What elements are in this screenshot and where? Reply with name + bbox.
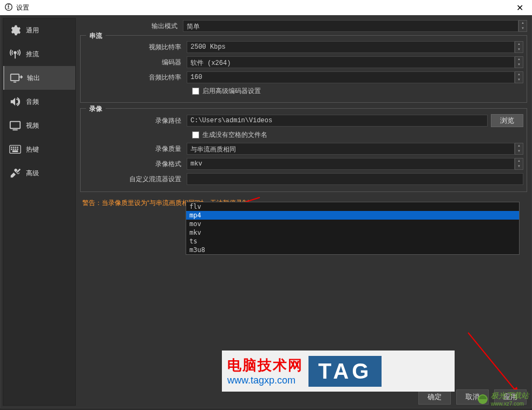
spinner-icon[interactable]: ▲▼	[515, 71, 523, 83]
watermark-2: 极光下载站 www.xz7.com	[477, 391, 529, 407]
muxer-label: 自定义混流器设置	[84, 175, 187, 184]
stream-fieldset: 串流 视频比特率 2500 Kbps▲▼ 编码器 软件 (x264)▲▼ 音频比…	[80, 35, 527, 103]
encoder-label: 编码器	[84, 58, 187, 67]
wm1-tag: TAG	[308, 356, 382, 387]
sidebar-label: 输出	[27, 74, 40, 83]
dropdown-option-ts[interactable]: ts	[186, 237, 519, 246]
spinner-icon[interactable]: ▲▼	[515, 158, 523, 170]
titlebar: 设置 ✕	[0, 0, 532, 15]
antenna-icon	[9, 48, 22, 61]
dropdown-option-mp4[interactable]: mp4	[186, 211, 519, 220]
dropdown-option-mkv[interactable]: mkv	[186, 228, 519, 237]
record-format-select[interactable]: mkv	[187, 158, 515, 170]
output-icon	[10, 71, 23, 84]
window-title: 设置	[16, 3, 29, 12]
wm1-title: 电脑技术网	[227, 356, 303, 375]
stream-title: 串流	[86, 31, 106, 41]
dropdown-option-flv[interactable]: flv	[186, 202, 519, 211]
watermark-1: 电脑技术网 www.tagxp.com TAG	[222, 351, 455, 392]
svg-point-8	[11, 147, 12, 148]
obs-icon	[4, 3, 13, 13]
spinner-icon[interactable]: ▲▼	[515, 56, 523, 68]
svg-point-15	[17, 149, 18, 149]
svg-point-13	[14, 149, 14, 149]
wm1-url: www.tagxp.com	[227, 375, 303, 386]
sidebar-item-stream[interactable]: 推流	[3, 42, 75, 66]
svg-rect-16	[12, 151, 17, 152]
svg-point-9	[14, 147, 14, 148]
close-button[interactable]: ✕	[511, 3, 528, 13]
svg-point-12	[11, 149, 12, 149]
svg-point-11	[17, 147, 18, 148]
svg-rect-3	[11, 74, 19, 81]
muxer-input[interactable]	[187, 173, 523, 185]
globe-icon	[477, 393, 489, 405]
sidebar-label: 推流	[26, 50, 39, 59]
audio-bitrate-label: 音频比特率	[84, 73, 187, 82]
sidebar: 通用 推流 输出 音频 视频 热键 高级	[3, 18, 76, 406]
svg-point-14	[15, 149, 16, 149]
spinner-icon[interactable]: ▲▼	[515, 41, 523, 53]
video-bitrate-label: 视频比特率	[84, 43, 187, 52]
ok-button[interactable]: 确定	[418, 389, 451, 405]
monitor-icon	[9, 119, 22, 132]
encoder-select[interactable]: 软件 (x264)	[187, 56, 515, 68]
svg-point-2	[14, 51, 16, 54]
sidebar-item-advanced[interactable]: 高级	[3, 161, 75, 185]
sidebar-item-output[interactable]: 输出	[3, 66, 75, 90]
speaker-icon	[9, 95, 22, 108]
tools-icon	[9, 167, 22, 180]
sidebar-item-video[interactable]: 视频	[3, 114, 75, 137]
advanced-encoder-checkbox[interactable]	[192, 88, 199, 95]
format-dropdown[interactable]: flv mp4 mov mkv ts m3u8	[186, 202, 520, 255]
wm2-url: www.xz7.com	[491, 401, 529, 407]
sidebar-label: 视频	[26, 121, 39, 130]
audio-bitrate-select[interactable]: 160	[187, 71, 515, 83]
record-title: 录像	[86, 104, 106, 114]
record-path-input[interactable]: C:\Users\admin\Videos	[187, 115, 488, 127]
no-space-label: 生成没有空格的文件名	[202, 130, 267, 140]
keyboard-icon	[9, 143, 22, 156]
quality-label: 录像质量	[84, 144, 187, 154]
path-label: 录像路径	[84, 116, 187, 125]
spinner-icon[interactable]: ▲▼	[515, 143, 523, 155]
spinner-icon[interactable]: ▲▼	[518, 20, 527, 32]
sidebar-label: 通用	[26, 26, 39, 35]
sidebar-item-audio[interactable]: 音频	[3, 90, 75, 114]
dropdown-option-m3u8[interactable]: m3u8	[186, 246, 519, 254]
record-fieldset: 录像 录像路径 C:\Users\admin\Videos 浏览 生成没有空格的…	[80, 108, 527, 192]
sidebar-label: 热键	[26, 145, 39, 154]
sidebar-item-general[interactable]: 通用	[3, 18, 75, 42]
svg-rect-5	[10, 122, 20, 129]
wm2-text: 极光下载站	[491, 391, 529, 401]
browse-button[interactable]: 浏览	[491, 114, 523, 127]
gear-icon	[9, 24, 22, 37]
sidebar-item-hotkeys[interactable]: 热键	[3, 137, 75, 161]
record-quality-select[interactable]: 与串流画质相同	[187, 143, 515, 155]
output-mode-select[interactable]: 简单	[183, 20, 518, 32]
video-bitrate-input[interactable]: 2500 Kbps	[187, 41, 515, 53]
advanced-encoder-label: 启用高级编码器设置	[202, 87, 261, 96]
format-label: 录像格式	[84, 160, 187, 169]
no-space-checkbox[interactable]	[192, 131, 199, 138]
sidebar-label: 高级	[26, 169, 39, 178]
dropdown-option-mov[interactable]: mov	[186, 220, 519, 228]
sidebar-label: 音频	[26, 97, 39, 107]
svg-point-10	[15, 147, 16, 148]
output-mode-label: 输出模式	[80, 22, 183, 31]
